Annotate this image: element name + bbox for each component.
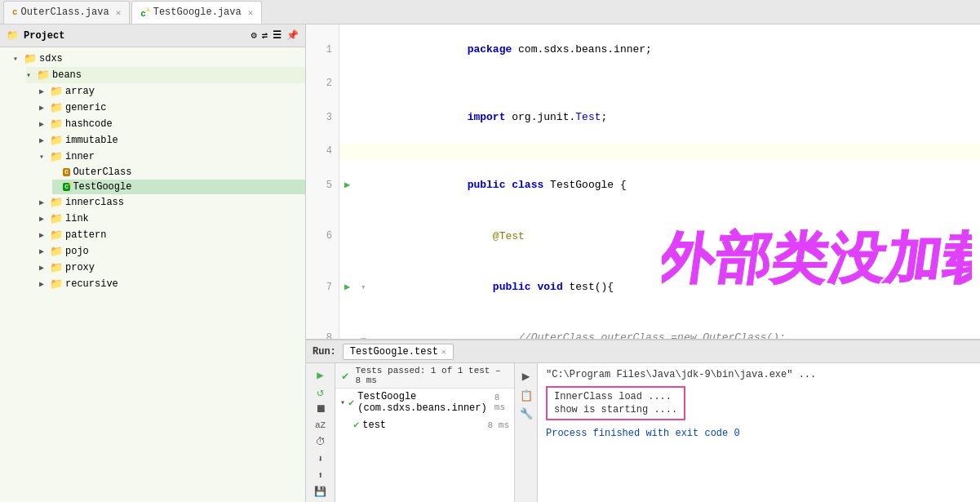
tree-item-proxy[interactable]: ▶ 📁 proxy — [39, 260, 305, 276]
line-icon-6 — [339, 211, 355, 262]
run-gutter-5[interactable]: ▶ — [344, 180, 350, 191]
folder-icon-recursive: 📁 — [50, 278, 63, 291]
expand-icon-testgoogle: ▾ — [340, 398, 345, 407]
arrow-pattern: ▶ — [39, 230, 47, 240]
line-2: 2 — [306, 75, 980, 92]
tree-item-testgoogle[interactable]: c TestGoogle — [52, 180, 305, 194]
tab-testgoogle[interactable]: c+ TestGoogle.java ✕ — [131, 1, 262, 24]
line-code-7[interactable]: public void test(){ — [371, 262, 980, 313]
tab-outer-label: OuterClass.java — [21, 7, 109, 18]
tree-item-generic[interactable]: ▶ 📁 generic — [39, 100, 305, 116]
line-code-6[interactable]: @Test — [371, 211, 980, 262]
line-icon-1 — [339, 24, 355, 75]
tree-item-innerclass[interactable]: ▶ 📁 innerclass — [39, 194, 305, 211]
time-test: 8 ms — [488, 420, 509, 430]
pin-icon[interactable]: 📌 — [286, 29, 299, 42]
run-tab-label: TestGoogle.test — [350, 346, 438, 358]
label-beans: beans — [52, 69, 82, 81]
line-gutter-6 — [355, 211, 371, 262]
tab-testgoogle-label: TestGoogle.java — [153, 7, 242, 18]
label-testgoogle: TestGoogle — [73, 181, 131, 193]
console-line-1: InnerClass load .... — [554, 390, 677, 403]
label-inner: inner — [65, 151, 95, 162]
tree-item-array[interactable]: ▶ 📁 array — [39, 83, 305, 100]
arrow-inner: ▾ — [39, 152, 47, 162]
folder-icon-array: 📁 — [50, 85, 63, 98]
side-icons-panel: ▶ 📋 🔧 — [515, 363, 538, 502]
tree-item-beans[interactable]: ▾ 📁 beans — [26, 67, 305, 83]
sort-alpha-button[interactable]: aZ — [312, 419, 330, 432]
tree-item-pojo[interactable]: ▶ 📁 pojo — [39, 243, 305, 260]
line-code-1[interactable]: package com.sdxs.beans.inner; — [371, 24, 980, 75]
line-code-2[interactable] — [371, 75, 980, 92]
kw-public7: public — [493, 281, 531, 293]
line-code-4[interactable] — [371, 144, 980, 161]
line-num-8: 8 — [306, 313, 339, 339]
tab-outer-class[interactable]: c OuterClass.java ✕ — [3, 1, 130, 24]
line-3: 3 import org.junit.Test; — [306, 92, 980, 143]
console-output: "C:\Program Files\Java\jdk-9\bin\java.ex… — [538, 363, 980, 502]
tree-item-link[interactable]: ▶ 📁 link — [39, 211, 305, 227]
gear-icon[interactable]: ☰ — [273, 29, 282, 42]
sort-dur-button[interactable]: ⏱ — [312, 436, 330, 449]
rerun-button[interactable]: ↺ — [312, 385, 330, 399]
arrow-sdxs: ▾ — [13, 54, 21, 64]
save-button[interactable]: 💾 — [312, 486, 330, 499]
line-8: 8 — //OuterClass outerClass =new OuterCl… — [306, 313, 980, 339]
arrow-hashcode: ▶ — [39, 119, 47, 129]
line-code-5[interactable]: public class TestGoogle { — [371, 160, 980, 211]
tree-item-sdxs[interactable]: ▾ 📁 sdxs — [13, 51, 305, 67]
line-icon-4 — [339, 144, 355, 161]
line-gutter-2 — [355, 75, 371, 92]
line-num-4: 4 — [306, 144, 339, 161]
fold-icon-7[interactable]: ▾ — [361, 282, 366, 292]
folder-icon-innerclass: 📁 — [50, 196, 63, 209]
stop-button[interactable]: ⏹ — [312, 402, 330, 415]
export-button[interactable]: ⬆ — [312, 469, 330, 482]
console-line-0: "C:\Program Files\Java\jdk-9\bin\java.ex… — [546, 368, 972, 381]
bottom-tabs: Run: TestGoogle.test ✕ — [306, 340, 980, 363]
tab-outer-close[interactable]: ✕ — [116, 7, 122, 18]
tab-ct-icon: c+ — [140, 7, 149, 19]
settings-icon[interactable]: ⚙ — [251, 29, 257, 42]
label-immutable: immutable — [65, 135, 118, 146]
line-icon-7: ▶ — [339, 262, 355, 313]
console-text-2: show is starting .... — [554, 404, 677, 415]
kw-import: import — [468, 111, 506, 123]
line-num-5: 5 — [306, 160, 339, 211]
line-num-1: 1 — [306, 24, 339, 75]
run-button[interactable]: ▶ — [312, 368, 330, 382]
side-icon-2[interactable]: 📋 — [520, 389, 533, 402]
side-icon-1[interactable]: ▶ — [522, 368, 530, 384]
kw-public5: public — [468, 179, 506, 191]
tree-item-outerclass[interactable]: c OuterClass — [52, 165, 305, 180]
tree-item-recursive[interactable]: ▶ 📁 recursive — [39, 276, 305, 292]
sync-icon[interactable]: ⇌ — [262, 29, 268, 42]
line-icon-3 — [339, 92, 355, 143]
line-code-8[interactable]: //OuterClass outerClass =new OuterClass(… — [371, 313, 980, 339]
line-5: 5 ▶ public class TestGoogle { — [306, 160, 980, 211]
line-num-2: 2 — [306, 75, 339, 92]
tree-item-immutable[interactable]: ▶ 📁 immutable — [39, 132, 305, 149]
console-boxed-output: InnerClass load .... show is starting ..… — [546, 384, 972, 422]
console-line-4[interactable]: Process finished with exit code 0 — [546, 427, 972, 440]
import-button[interactable]: ⬇ — [312, 452, 330, 465]
run-tab-close[interactable]: ✕ — [441, 347, 446, 357]
label-outerclass: OuterClass — [73, 167, 131, 178]
arrow-innerclass: ▶ — [39, 198, 47, 207]
line-code-3[interactable]: import org.junit.Test; — [371, 92, 980, 143]
side-icon-3[interactable]: 🔧 — [520, 407, 533, 420]
tree-item-pattern[interactable]: ▶ 📁 pattern — [39, 227, 305, 243]
line-7: 7 ▶ ▾ public void test(){ — [306, 262, 980, 313]
run-tree-item-test[interactable]: ✔ test 8 ms — [335, 416, 514, 433]
tree-item-inner[interactable]: ▾ 📁 inner — [39, 149, 305, 165]
tree-item-hashcode[interactable]: ▶ 📁 hashcode — [39, 116, 305, 132]
run-tree-item-testgoogle[interactable]: ▾ ✔ TestGoogle (com.sdxs.beans.inner) 8 … — [335, 389, 514, 416]
code-area[interactable]: 1 package com.sdxs.beans.inner; 2 — [306, 24, 980, 339]
run-tree-label-test: test — [362, 420, 386, 431]
code-editor[interactable]: 1 package com.sdxs.beans.inner; 2 — [306, 24, 980, 339]
run-gutter-7[interactable]: ▶ — [344, 282, 350, 293]
run-tab-testgoogle[interactable]: TestGoogle.test ✕ — [343, 344, 454, 360]
tab-testgoogle-close[interactable]: ✕ — [248, 7, 254, 18]
file-ct-icon-test: c — [63, 183, 70, 191]
